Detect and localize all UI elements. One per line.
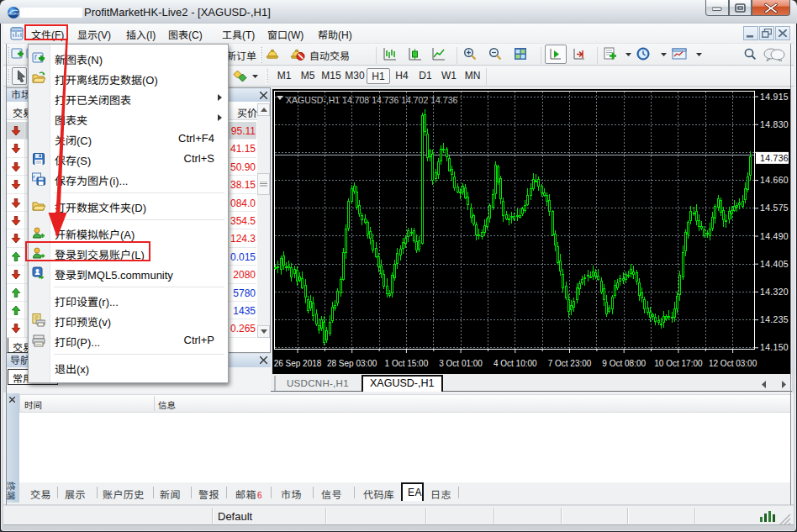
svg-text:14.490: 14.490 <box>760 231 789 241</box>
svg-text:14.150: 14.150 <box>760 342 789 352</box>
svg-text:12 Oct 03:00: 12 Oct 03:00 <box>709 359 757 368</box>
svg-text:14.830: 14.830 <box>760 119 789 129</box>
svg-text:14.235: 14.235 <box>760 314 789 324</box>
svg-text:10 Oct 17:00: 10 Oct 17:00 <box>654 359 703 368</box>
svg-text:XAGUSD-,H1 14.708 14.736 14.7: XAGUSD-,H1 14.708 14.736 14.702 14.736 <box>286 95 457 105</box>
svg-text:14.736: 14.736 <box>760 153 789 163</box>
svg-text:14.405: 14.405 <box>760 259 789 269</box>
svg-text:28 Sep 03:00: 28 Sep 03:00 <box>327 359 377 368</box>
svg-text:14.320: 14.320 <box>760 287 789 297</box>
svg-text:14.915: 14.915 <box>760 92 789 102</box>
svg-text:14.660: 14.660 <box>760 175 789 185</box>
svg-text:4 Oct 10:00: 4 Oct 10:00 <box>494 359 537 368</box>
svg-text:14.575: 14.575 <box>760 203 789 213</box>
svg-text:9 Oct 08:00: 9 Oct 08:00 <box>602 359 646 368</box>
svg-text:1 Oct 15:00: 1 Oct 15:00 <box>385 359 429 368</box>
svg-text:7 Oct 23:00: 7 Oct 23:00 <box>548 359 592 368</box>
svg-text:PROFIT: PROFIT <box>8 13 19 16</box>
svg-text:26 Sep 2018: 26 Sep 2018 <box>274 359 322 368</box>
svg-text:3 Oct 01:00: 3 Oct 01:00 <box>439 359 483 368</box>
